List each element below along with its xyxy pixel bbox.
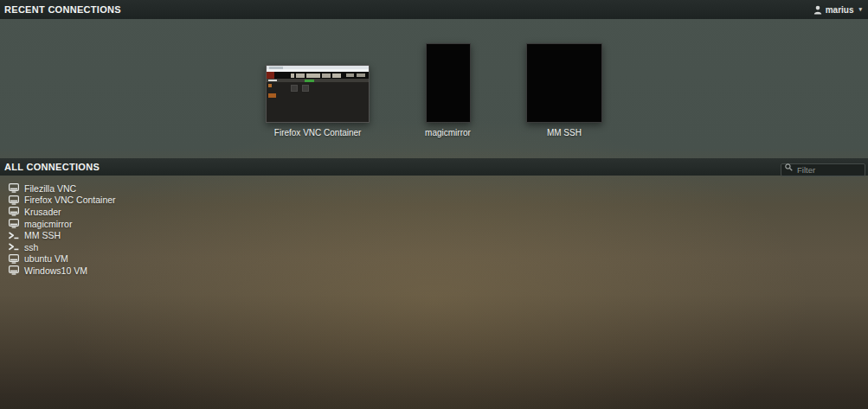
thumbnail-caption: MM SSH — [547, 128, 582, 137]
chevron-down-icon: ▾ — [858, 6, 862, 13]
thumbnail-caption: Firefox VNC Container — [274, 128, 362, 137]
all-connections-title: ALL CONNECTIONS — [4, 162, 100, 172]
user-menu-button[interactable]: marius ▾ — [813, 5, 862, 15]
thumbnail-caption: magicmirror — [425, 128, 471, 137]
monitor-icon — [9, 183, 19, 193]
filter-box — [781, 161, 865, 174]
connection-list-item[interactable]: ssh — [0, 241, 868, 253]
monitor-icon — [9, 207, 19, 216]
page-title: RECENT CONNECTIONS — [4, 4, 121, 15]
mm-ssh-thumbnail — [526, 43, 602, 123]
thumbnail-browser-tabbar — [267, 66, 369, 69]
connection-list-item[interactable]: ubuntu VM — [0, 253, 868, 265]
magicmirror-thumbnail — [426, 43, 471, 123]
username-label: marius — [826, 5, 854, 15]
connection-list-item[interactable]: Firefox VNC Container — [0, 195, 868, 207]
connection-list-item[interactable]: Krusader — [0, 206, 868, 218]
terminal-icon — [9, 242, 19, 252]
recent-connections-area: Firefox VNC Container magicmirror MM SSH — [0, 19, 868, 158]
recent-connection-mm-ssh[interactable]: MM SSH — [526, 43, 602, 137]
search-icon — [785, 163, 793, 171]
thumbnail-site-header — [267, 72, 369, 79]
monitor-icon — [9, 265, 19, 275]
recent-connection-magicmirror[interactable]: magicmirror — [425, 43, 471, 137]
monitor-icon — [9, 254, 19, 264]
connection-list-item[interactable]: magicmirror — [0, 218, 868, 230]
thumbnail-site-body — [267, 82, 369, 122]
terminal-icon — [9, 231, 19, 240]
connection-list-item[interactable]: Windows10 VM — [0, 265, 868, 277]
connection-list: Filezilla VNC Firefox VNC Container — [0, 182, 868, 277]
connection-list-item[interactable]: Filezilla VNC — [0, 182, 868, 195]
monitor-icon — [9, 219, 19, 228]
header-bar: RECENT CONNECTIONS marius ▾ — [0, 0, 868, 19]
monitor-icon — [9, 195, 19, 205]
firefox-vnc-thumbnail — [266, 65, 370, 123]
filter-input[interactable] — [781, 163, 865, 176]
user-icon — [813, 5, 822, 15]
connection-list-item[interactable]: MM SSH — [0, 229, 868, 241]
all-connections-bar: ALL CONNECTIONS — [0, 158, 868, 176]
recent-connection-firefox-vnc[interactable]: Firefox VNC Container — [266, 65, 370, 137]
